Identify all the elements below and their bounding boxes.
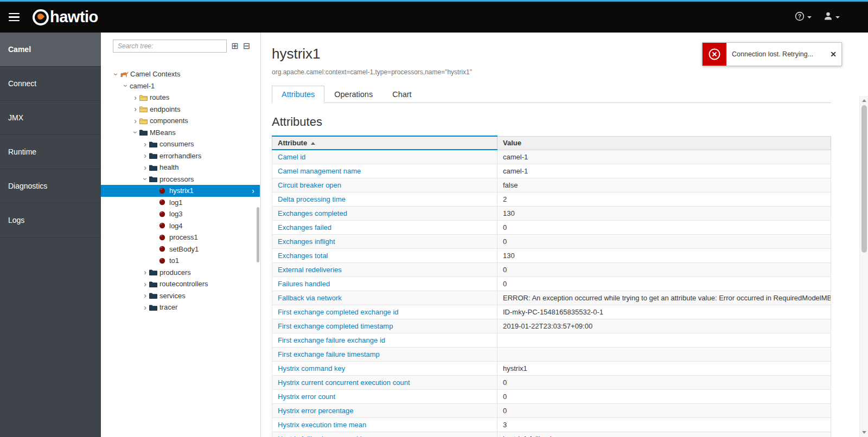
tree-node-mbeans[interactable]: ›MBeans: [101, 127, 260, 139]
nav-item-camel[interactable]: Camel: [0, 33, 101, 67]
tree-node-components[interactable]: ›components: [101, 115, 260, 127]
attribute-link[interactable]: Exchanges failed: [278, 223, 331, 232]
attribute-link[interactable]: Failures handled: [278, 280, 330, 288]
table-row: Hystrix execution time mean3: [272, 418, 831, 432]
attribute-cell: Hystrix command key: [272, 362, 497, 376]
attribute-value: 2019-01-22T23:03:57+09:00: [497, 319, 831, 333]
nav-item-connect[interactable]: Connect: [0, 67, 101, 101]
attribute-link[interactable]: Exchanges inflight: [278, 237, 335, 246]
attribute-value: false: [497, 178, 831, 192]
tab-attributes[interactable]: Attributes: [272, 86, 324, 103]
user-dropdown[interactable]: [824, 11, 840, 23]
chevron-right-icon[interactable]: ›: [141, 280, 149, 288]
attribute-cell: Hystrix fallback command key: [272, 432, 497, 437]
chevron-right-icon[interactable]: ›: [141, 152, 149, 159]
chevron-right-icon[interactable]: ›: [141, 292, 149, 299]
attribute-link[interactable]: Circuit breaker open: [278, 181, 341, 189]
tree-node-hystrix1[interactable]: hystrix1›: [101, 185, 260, 197]
chevron-down-icon[interactable]: ›: [112, 70, 120, 78]
tree-node-camel-contexts[interactable]: ›Camel Contexts: [101, 68, 260, 80]
attribute-link[interactable]: Hystrix error percentage: [278, 407, 353, 415]
attribute-link[interactable]: Exchanges completed: [278, 209, 347, 217]
column-header-attribute[interactable]: Attribute: [272, 136, 497, 150]
tree-node-to1[interactable]: to1: [101, 255, 260, 267]
help-dropdown[interactable]: ?: [795, 11, 812, 23]
attribute-link[interactable]: Hystrix current concurrent execution cou…: [278, 378, 410, 387]
scroll-up-arrow-icon[interactable]: [862, 99, 866, 102]
attribute-link[interactable]: Camel management name: [278, 167, 361, 175]
chevron-right-icon[interactable]: ›: [131, 94, 139, 101]
folder-dark-icon: [149, 176, 159, 182]
table-row: Exchanges completed130: [272, 207, 831, 221]
chevron-down-icon[interactable]: ›: [142, 175, 149, 183]
nav-item-diagnostics[interactable]: Diagnostics: [0, 169, 101, 203]
attribute-cell: Hystrix error percentage: [272, 404, 497, 418]
attribute-link[interactable]: Hystrix error count: [278, 393, 335, 401]
chevron-down-icon: [835, 16, 840, 18]
attribute-cell: First exchange completed timestamp: [272, 319, 497, 333]
menu-toggle-button[interactable]: [0, 2, 28, 33]
tree-node-services[interactable]: ›services: [101, 290, 260, 302]
attribute-link[interactable]: Hystrix execution time mean: [278, 421, 366, 429]
folder-icon: [139, 106, 150, 112]
chevron-right-icon[interactable]: ›: [131, 117, 139, 125]
nav-item-logs[interactable]: Logs: [0, 203, 101, 237]
attribute-link[interactable]: First exchange failure exchange id: [278, 336, 385, 344]
tree-node-log3[interactable]: log3: [101, 208, 260, 220]
tab-operations[interactable]: Operations: [324, 86, 382, 103]
tree-node-tracer[interactable]: ›tracer: [101, 301, 260, 313]
chevron-right-icon[interactable]: ›: [141, 140, 149, 148]
chevron-right-icon[interactable]: ›: [131, 105, 139, 113]
tree-search-input[interactable]: [113, 40, 227, 53]
chevron-down-icon[interactable]: ›: [122, 82, 130, 90]
attribute-link[interactable]: Hystrix fallback command key: [278, 435, 371, 437]
scroll-down-arrow-icon[interactable]: [862, 431, 866, 434]
folder-icon: [139, 94, 150, 101]
tree-node-log1[interactable]: log1: [101, 197, 260, 209]
nav-item-runtime[interactable]: Runtime: [0, 135, 101, 169]
attribute-link[interactable]: Camel id: [278, 153, 305, 161]
folder-dark-icon: [149, 164, 159, 171]
chevron-down-icon[interactable]: ›: [132, 128, 139, 137]
attribute-cell: Circuit breaker open: [272, 178, 497, 192]
tab-chart[interactable]: Chart: [382, 86, 421, 103]
tree-node-consumers[interactable]: ›consumers: [101, 138, 260, 150]
scrollbar-thumb[interactable]: [861, 105, 867, 253]
attribute-cell: Exchanges completed: [272, 207, 497, 221]
chevron-right-icon[interactable]: ›: [141, 268, 149, 276]
attribute-link[interactable]: First exchange failure timestamp: [278, 350, 380, 358]
tree-node-errorhandlers[interactable]: ›errorhandlers: [101, 150, 260, 162]
attribute-link[interactable]: First exchange completed timestamp: [278, 322, 393, 330]
attribute-value: [497, 333, 831, 348]
folder-icon: [139, 118, 150, 124]
chevron-right-icon[interactable]: ›: [141, 304, 149, 311]
tree-node-routes[interactable]: ›routes: [101, 92, 260, 104]
tree-node-label: components: [150, 117, 188, 125]
attribute-link[interactable]: First exchange completed exchange id: [278, 308, 399, 316]
attribute-link[interactable]: Exchanges total: [278, 252, 328, 260]
tree-node-label: routecontrollers: [159, 280, 208, 288]
expand-all-icon[interactable]: ⊞: [231, 42, 238, 50]
tree-node-endpoints[interactable]: ›endpoints: [101, 104, 260, 115]
brand-logo[interactable]: hawtio: [33, 2, 98, 33]
vertical-scrollbar[interactable]: [859, 96, 868, 437]
tree-node-process1[interactable]: process1: [101, 232, 260, 243]
tree-node-producers[interactable]: ›producers: [101, 267, 260, 279]
tree-node-routecontrollers[interactable]: ›routecontrollers: [101, 278, 260, 290]
nav-item-jmx[interactable]: JMX: [0, 101, 101, 135]
collapse-all-icon[interactable]: ⊟: [242, 42, 250, 50]
tree-node-processors[interactable]: ›processors: [101, 173, 260, 185]
chevron-right-icon[interactable]: ›: [141, 164, 149, 171]
attribute-link[interactable]: Delta processing time: [278, 195, 346, 203]
tree-scrollbar[interactable]: [257, 207, 259, 262]
toast-close-button[interactable]: ✕: [825, 43, 841, 66]
attribute-link[interactable]: Hystrix command key: [278, 364, 345, 372]
tree-node-log4[interactable]: log4: [101, 220, 260, 232]
attribute-link[interactable]: Fallback via network: [278, 294, 342, 302]
hawtio-logo-icon: [33, 9, 49, 25]
tree-node-health[interactable]: ›health: [101, 162, 260, 173]
tree-node-camel-1[interactable]: ›camel-1: [101, 80, 260, 92]
column-header-value[interactable]: Value: [497, 136, 831, 150]
attribute-link[interactable]: External redeliveries: [278, 266, 342, 274]
tree-node-setbody1[interactable]: setBody1: [101, 243, 260, 255]
